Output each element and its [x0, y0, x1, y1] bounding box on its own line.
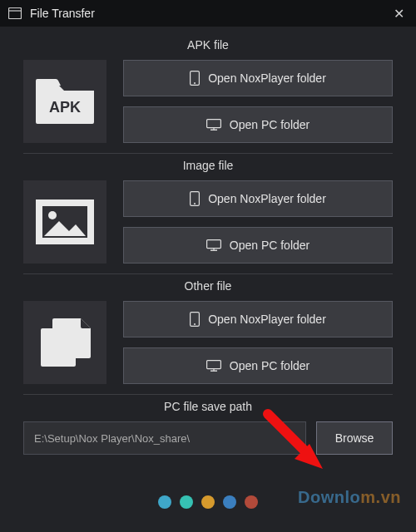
dot: [223, 495, 236, 509]
watermark-part: m.vn: [360, 488, 401, 506]
image-open-pc-button[interactable]: Open PC folder: [123, 227, 393, 264]
dot: [245, 495, 258, 509]
pagination-dots: [158, 495, 258, 509]
monitor-icon: [206, 119, 221, 131]
other-row: Open NoxPlayer folder Open PC folder: [23, 301, 393, 384]
dot: [158, 495, 171, 509]
apk-open-noxplayer-button[interactable]: Open NoxPlayer folder: [123, 60, 393, 96]
button-label: Open PC folder: [230, 359, 310, 372]
button-label: Open PC folder: [230, 118, 310, 131]
apk-open-pc-button[interactable]: Open PC folder: [123, 106, 393, 143]
dot: [180, 495, 193, 509]
other-open-pc-button[interactable]: Open PC folder: [123, 347, 393, 384]
section-title-apk: APK file: [23, 38, 393, 52]
button-label: Open PC folder: [230, 239, 310, 252]
other-open-noxplayer-button[interactable]: Open NoxPlayer folder: [123, 301, 393, 337]
divider: [23, 394, 393, 395]
phone-icon: [190, 71, 200, 86]
button-label: Open NoxPlayer folder: [208, 192, 326, 205]
window-icon: [8, 7, 22, 19]
svg-rect-12: [206, 240, 220, 249]
phone-icon: [190, 191, 200, 206]
image-row: Open NoxPlayer folder Open PC folder: [23, 180, 393, 264]
button-label: Browse: [335, 431, 374, 445]
monitor-icon: [206, 360, 221, 372]
monitor-icon: [206, 239, 221, 251]
svg-rect-18: [206, 361, 220, 369]
image-open-noxplayer-button[interactable]: Open NoxPlayer folder: [123, 180, 393, 217]
divider: [23, 273, 393, 274]
button-label: Open NoxPlayer folder: [208, 313, 326, 326]
window-title: File Transfer: [30, 7, 95, 20]
watermark: Downlom.vn: [298, 488, 401, 507]
svg-point-11: [194, 203, 196, 204]
svg-rect-0: [9, 8, 22, 19]
browse-button[interactable]: Browse: [316, 421, 393, 455]
section-title-image: Image file: [23, 159, 393, 172]
image-icon: [23, 180, 106, 264]
close-button[interactable]: ✕: [390, 6, 408, 22]
divider: [23, 153, 393, 154]
apk-folder-icon: APK: [23, 60, 106, 143]
files-icon: [23, 301, 106, 384]
section-title-other: Other file: [23, 279, 393, 293]
apk-tile-text: APK: [49, 99, 81, 116]
apk-row: APK Open NoxPlayer folder Open PC folder: [23, 60, 393, 143]
content-area: APK file APK Open NoxPlayer folder Open …: [0, 27, 416, 455]
phone-icon: [190, 312, 200, 327]
save-path-row: Browse: [23, 421, 393, 455]
watermark-part: Downlo: [298, 488, 360, 506]
section-title-savepath: PC file save path: [23, 400, 393, 413]
svg-point-17: [194, 323, 196, 325]
titlebar: File Transfer ✕: [0, 0, 416, 27]
button-label: Open NoxPlayer folder: [208, 71, 326, 85]
dot: [201, 495, 215, 509]
svg-point-3: [194, 82, 196, 84]
save-path-input[interactable]: [23, 421, 306, 455]
svg-rect-4: [206, 120, 220, 128]
svg-point-9: [48, 211, 57, 219]
